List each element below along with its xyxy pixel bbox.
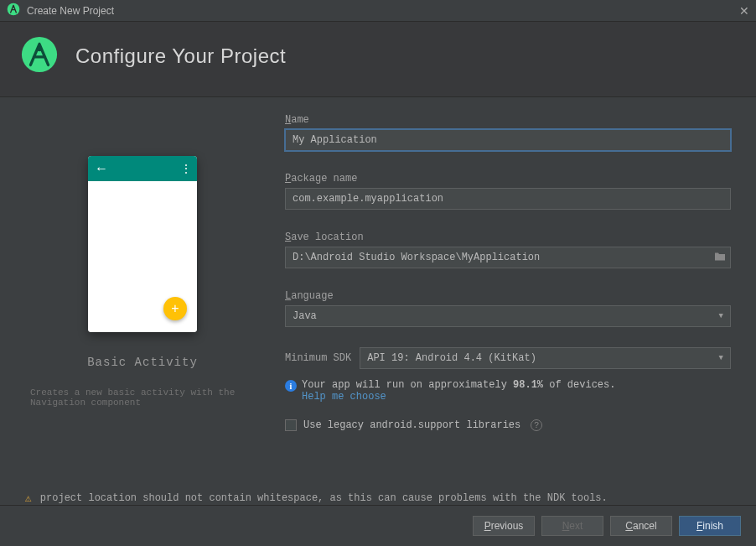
minimum-sdk-select[interactable]: API 19: Android 4.4 (KitKat) ▼ (360, 347, 731, 369)
chevron-down-icon: ▼ (719, 312, 723, 320)
more-vert-icon: ⋮ (180, 162, 190, 175)
wizard-body: ← ⋮ + Basic Activity Creates a new basic… (0, 97, 756, 483)
next-button: Next (541, 516, 603, 536)
name-field: Name (285, 114, 731, 151)
svg-point-3 (37, 46, 42, 51)
sdk-info: i Your app will run on approximately 98.… (285, 379, 731, 403)
minimum-sdk-label: Minimum SDK (285, 352, 351, 364)
language-field: Language Java ▼ (285, 290, 731, 327)
language-value: Java (293, 310, 317, 322)
folder-browse-icon[interactable] (714, 252, 726, 264)
minimum-sdk-value: API 19: Android 4.4 (KitKat) (367, 352, 536, 364)
preview-appbar: ← ⋮ (88, 156, 197, 181)
previous-button[interactable]: Previous (473, 516, 535, 536)
warning-text: project location should not contain whit… (40, 492, 608, 504)
close-icon[interactable]: ✕ (739, 4, 749, 18)
help-icon[interactable]: ? (531, 419, 542, 431)
save-location-label: Save location (285, 231, 731, 243)
finish-button[interactable]: Finish (679, 516, 741, 536)
package-input[interactable] (285, 188, 731, 210)
chevron-down-icon: ▼ (719, 354, 723, 362)
sdk-info-text: Your app will run on approximately 98.1%… (302, 379, 615, 403)
warning-row: ⚠ project location should not contain wh… (0, 483, 756, 505)
title-bar: Create New Project ✕ (0, 0, 756, 22)
warning-icon: ⚠ (25, 491, 32, 505)
window-title: Create New Project (27, 5, 114, 17)
template-description: Creates a new basic activity with the Na… (25, 387, 260, 408)
legacy-support-checkbox[interactable] (285, 419, 297, 431)
legacy-support-label: Use legacy android.support libraries (303, 419, 520, 431)
preview-body: + (88, 181, 197, 332)
package-label: Package name (285, 173, 731, 185)
fab-icon: + (163, 297, 187, 320)
cancel-button[interactable]: Cancel (610, 516, 672, 536)
language-label: Language (285, 290, 731, 302)
android-studio-logo-icon (20, 35, 59, 76)
page-title: Configure Your Project (75, 44, 286, 68)
form-column: Name Package name Save location Language… (285, 114, 731, 483)
android-studio-icon (7, 3, 20, 18)
info-icon: i (285, 380, 297, 392)
save-location-input[interactable] (285, 247, 731, 268)
name-label: Name (285, 114, 731, 126)
wizard-footer: Previous Next Cancel Finish (0, 505, 756, 546)
svg-point-1 (13, 6, 14, 8)
package-field: Package name (285, 173, 731, 210)
wizard-header: Configure Your Project (0, 22, 756, 97)
minimum-sdk-field: Minimum SDK API 19: Android 4.4 (KitKat)… (285, 347, 731, 369)
template-preview-column: ← ⋮ + Basic Activity Creates a new basic… (25, 114, 260, 483)
template-name: Basic Activity (87, 356, 198, 369)
save-location-field: Save location (285, 231, 731, 268)
help-me-choose-link[interactable]: Help me choose (302, 391, 386, 403)
svg-point-2 (22, 37, 57, 72)
back-arrow-icon: ← (95, 161, 108, 176)
phone-preview: ← ⋮ + (88, 156, 197, 332)
language-select[interactable]: Java ▼ (285, 305, 731, 327)
legacy-support-row: Use legacy android.support libraries ? (285, 419, 731, 431)
name-input[interactable] (285, 129, 731, 151)
